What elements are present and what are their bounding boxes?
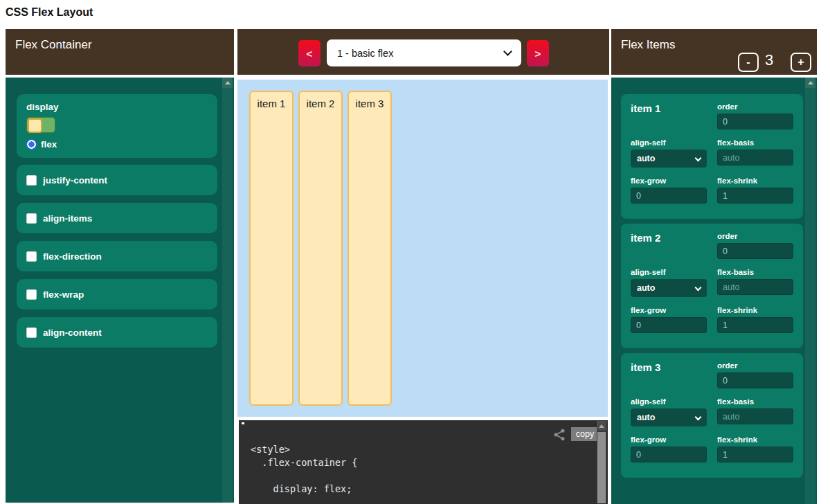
property-toggle-align-items[interactable]: align-items [17,203,217,233]
scroll-up-button[interactable] [597,421,606,431]
align-self-select[interactable]: auto [631,279,707,297]
property-label: flex-direction [43,251,102,262]
order-input[interactable] [717,243,793,259]
scroll-up-button[interactable] [222,78,233,88]
property-toggle-flex-wrap[interactable]: flex-wrap [17,279,217,309]
code-line: .flex-container { [251,456,357,469]
left-panel-scrollbar[interactable] [222,78,233,503]
align-self-label: align-self [631,138,707,147]
order-field: order [717,232,793,259]
checkbox-unchecked-icon[interactable] [26,327,37,338]
property-toggle-align-content[interactable]: align-content [17,317,217,348]
align-self-field: align-self auto [631,397,707,426]
item-count: 3 [765,51,773,69]
share-button[interactable] [552,428,566,442]
align-self-value: auto [637,154,655,163]
flex-shrink-label: flex-shrink [717,306,793,314]
flex-shrink-label: flex-shrink [717,177,793,185]
preset-select-value: 1 - basic flex [337,48,393,59]
code-content: <style> .flex-container { display: flex; [251,443,357,496]
page-title: CSS Flex Layout [6,6,93,19]
right-panel-scrollbar[interactable] [805,78,815,504]
code-panel-dot [242,422,244,424]
flex-basis-input[interactable] [717,408,793,424]
flex-basis-input[interactable] [717,150,793,165]
item-name: item 2 [631,232,707,259]
chevron-down-icon [695,284,702,291]
flex-grow-input[interactable] [631,317,707,333]
flex-grow-field: flex-grow [631,435,707,462]
remove-item-button[interactable]: - [738,53,759,72]
flex-basis-field: flex-basis [717,268,793,297]
property-label: flex-wrap [43,289,84,300]
scroll-up-icon [808,81,813,84]
flex-grow-label: flex-grow [631,177,707,185]
add-item-button[interactable]: + [791,53,811,72]
chevron-down-icon [695,413,702,420]
flex-items-panel-title: Flex Items [621,38,675,52]
align-self-select[interactable]: auto [631,408,707,426]
flex-grow-input[interactable] [631,188,707,204]
flex-shrink-input[interactable] [717,188,793,204]
checkbox-unchecked-icon[interactable] [26,175,37,186]
property-label: align-content [43,327,102,338]
flex-shrink-field: flex-shrink [717,435,793,462]
property-toggle-justify-content[interactable]: justify-content [17,165,217,195]
order-label: order [717,102,793,111]
flex-item-preview: item 3 [348,91,392,406]
flex-shrink-input[interactable] [717,447,793,462]
item-name: item 3 [631,361,707,388]
align-self-label: align-self [631,397,707,406]
scrollbar-thumb[interactable] [597,432,606,503]
radio-checked-icon[interactable] [26,139,37,150]
align-self-field: align-self auto [631,138,707,168]
flex-shrink-input[interactable] [717,317,793,333]
order-field: order [717,102,793,129]
code-line: <style> [251,443,357,456]
flex-preview-canvas: item 1 item 2 item 3 [237,80,608,417]
flex-item-card: item 2 order align-self auto flex-basis … [621,224,803,348]
scroll-up-button[interactable] [805,78,815,88]
flex-item-preview: item 2 [298,91,343,406]
checkbox-unchecked-icon[interactable] [26,289,37,300]
flex-grow-input[interactable] [631,447,707,462]
display-flex-radio-label: flex [41,139,57,150]
flex-shrink-label: flex-shrink [717,435,793,444]
flex-grow-label: flex-grow [631,435,707,444]
order-label: order [717,361,793,370]
copy-button[interactable]: copy [571,427,599,441]
code-panel: copy <style> .flex-container { display: … [239,420,608,504]
flex-item-preview: item 1 [249,91,294,406]
flex-container-panel-title: Flex Container [15,38,92,52]
order-label: order [717,232,793,240]
display-flex-radio-row[interactable]: flex [26,139,208,150]
align-self-value: auto [637,283,655,293]
flex-basis-input[interactable] [717,279,793,295]
flex-shrink-field: flex-shrink [717,306,793,333]
flex-item-card: item 1 order align-self auto flex-basis … [621,94,803,219]
order-input[interactable] [717,114,793,129]
align-self-select[interactable]: auto [631,150,707,168]
preset-bar: < 1 - basic flex > [237,29,609,75]
align-self-label: align-self [631,268,707,276]
property-label: justify-content [43,175,107,186]
property-toggle-flex-direction[interactable]: flex-direction [17,241,217,271]
preset-select[interactable]: 1 - basic flex [327,39,521,66]
previous-preset-button[interactable]: < [298,40,321,66]
flex-grow-field: flex-grow [631,306,707,333]
flex-shrink-field: flex-shrink [717,177,793,204]
align-self-value: auto [637,413,655,422]
display-label: display [26,102,208,112]
chevron-down-icon [503,47,512,56]
flex-container-panel-body: display flex justify-content align-items… [6,78,234,503]
display-toggle[interactable] [26,117,55,133]
checkbox-unchecked-icon[interactable] [26,213,37,224]
checkbox-unchecked-icon[interactable] [26,251,37,262]
flex-basis-field: flex-basis [717,397,793,426]
code-line: display: flex; [251,483,357,496]
code-scrollbar[interactable] [597,421,606,503]
flex-basis-field: flex-basis [717,138,793,168]
next-preset-button[interactable]: > [527,40,549,66]
flex-grow-field: flex-grow [631,177,707,204]
order-input[interactable] [717,372,793,388]
